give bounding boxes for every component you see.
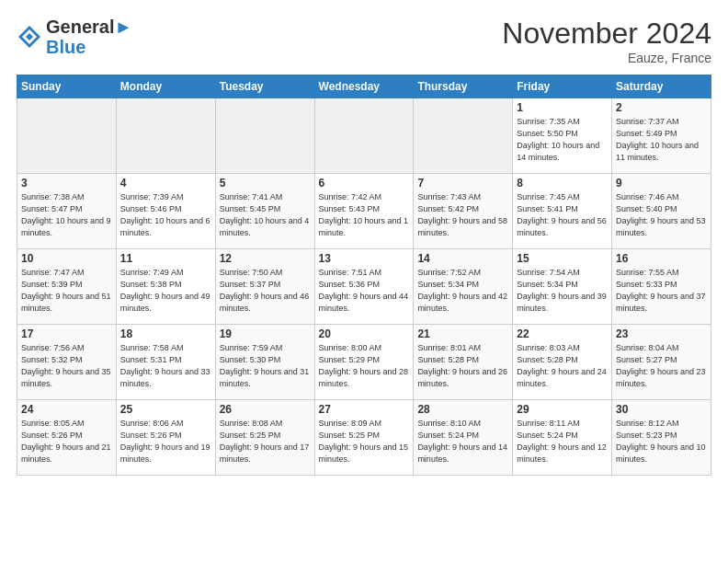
calendar-cell: 29Sunrise: 8:11 AM Sunset: 5:24 PM Dayli…: [513, 400, 612, 476]
day-info: Sunrise: 8:10 AM Sunset: 5:24 PM Dayligh…: [417, 418, 508, 465]
day-info: Sunrise: 7:39 AM Sunset: 5:46 PM Dayligh…: [120, 191, 211, 239]
day-info: Sunrise: 7:46 AM Sunset: 5:40 PM Dayligh…: [616, 191, 707, 239]
day-number: 28: [417, 403, 508, 416]
location: Eauze, France: [502, 51, 711, 65]
day-number: 24: [21, 403, 112, 416]
day-info: Sunrise: 8:03 AM Sunset: 5:28 PM Dayligh…: [517, 342, 608, 390]
calendar-week-row-3: 17Sunrise: 7:56 AM Sunset: 5:32 PM Dayli…: [17, 325, 711, 400]
calendar-cell: 5Sunrise: 7:41 AM Sunset: 5:45 PM Daylig…: [215, 174, 314, 249]
day-number: 5: [220, 177, 311, 190]
calendar-cell: [414, 98, 513, 174]
day-info: Sunrise: 8:09 AM Sunset: 5:25 PM Dayligh…: [319, 418, 410, 465]
day-number: 10: [21, 252, 112, 265]
col-thursday: Thursday: [414, 75, 513, 98]
day-info: Sunrise: 7:56 AM Sunset: 5:32 PM Dayligh…: [21, 342, 112, 390]
day-info: Sunrise: 8:05 AM Sunset: 5:26 PM Dayligh…: [21, 418, 112, 465]
day-number: 30: [616, 403, 707, 416]
calendar-cell: [215, 98, 314, 174]
calendar-cell: 28Sunrise: 8:10 AM Sunset: 5:24 PM Dayli…: [414, 400, 513, 476]
col-saturday: Saturday: [612, 75, 711, 98]
calendar-cell: 18Sunrise: 7:58 AM Sunset: 5:31 PM Dayli…: [116, 325, 215, 400]
day-info: Sunrise: 8:12 AM Sunset: 5:23 PM Dayligh…: [616, 418, 707, 465]
day-info: Sunrise: 7:54 AM Sunset: 5:34 PM Dayligh…: [517, 267, 608, 315]
calendar-cell: 2Sunrise: 7:37 AM Sunset: 5:49 PM Daylig…: [612, 98, 711, 174]
day-info: Sunrise: 8:00 AM Sunset: 5:29 PM Dayligh…: [319, 342, 410, 390]
calendar-cell: 7Sunrise: 7:43 AM Sunset: 5:42 PM Daylig…: [414, 174, 513, 249]
day-number: 11: [120, 252, 211, 265]
calendar-cell: 9Sunrise: 7:46 AM Sunset: 5:40 PM Daylig…: [612, 174, 711, 249]
day-info: Sunrise: 7:45 AM Sunset: 5:41 PM Dayligh…: [517, 191, 608, 239]
col-wednesday: Wednesday: [314, 75, 414, 98]
calendar-cell: 20Sunrise: 8:00 AM Sunset: 5:29 PM Dayli…: [314, 325, 414, 400]
calendar-week-row-4: 24Sunrise: 8:05 AM Sunset: 5:26 PM Dayli…: [17, 400, 711, 476]
calendar-cell: 17Sunrise: 7:56 AM Sunset: 5:32 PM Dayli…: [17, 325, 117, 400]
day-info: Sunrise: 7:42 AM Sunset: 5:43 PM Dayligh…: [319, 191, 410, 239]
day-info: Sunrise: 7:52 AM Sunset: 5:34 PM Dayligh…: [417, 267, 508, 315]
day-number: 19: [220, 327, 311, 340]
calendar-cell: 8Sunrise: 7:45 AM Sunset: 5:41 PM Daylig…: [513, 174, 612, 249]
day-info: Sunrise: 8:04 AM Sunset: 5:27 PM Dayligh…: [616, 342, 707, 390]
calendar-cell: 27Sunrise: 8:09 AM Sunset: 5:25 PM Dayli…: [314, 400, 414, 476]
calendar-cell: 23Sunrise: 8:04 AM Sunset: 5:27 PM Dayli…: [612, 325, 711, 400]
calendar-cell: [314, 98, 414, 174]
day-info: Sunrise: 7:43 AM Sunset: 5:42 PM Dayligh…: [417, 191, 508, 239]
day-info: Sunrise: 7:38 AM Sunset: 5:47 PM Dayligh…: [21, 191, 112, 239]
day-info: Sunrise: 8:01 AM Sunset: 5:28 PM Dayligh…: [417, 342, 508, 390]
calendar-cell: 22Sunrise: 8:03 AM Sunset: 5:28 PM Dayli…: [513, 325, 612, 400]
calendar-cell: 25Sunrise: 8:06 AM Sunset: 5:26 PM Dayli…: [116, 400, 215, 476]
calendar-cell: 21Sunrise: 8:01 AM Sunset: 5:28 PM Dayli…: [414, 325, 513, 400]
day-number: 13: [319, 252, 410, 265]
day-info: Sunrise: 7:41 AM Sunset: 5:45 PM Dayligh…: [220, 191, 311, 239]
calendar-cell: 26Sunrise: 8:08 AM Sunset: 5:25 PM Dayli…: [215, 400, 314, 476]
day-number: 16: [616, 252, 707, 265]
calendar-cell: 12Sunrise: 7:50 AM Sunset: 5:37 PM Dayli…: [215, 249, 314, 325]
calendar-cell: 19Sunrise: 7:59 AM Sunset: 5:30 PM Dayli…: [215, 325, 314, 400]
day-info: Sunrise: 7:37 AM Sunset: 5:49 PM Dayligh…: [616, 116, 707, 164]
calendar-cell: 10Sunrise: 7:47 AM Sunset: 5:39 PM Dayli…: [17, 249, 117, 325]
day-number: 8: [517, 177, 608, 190]
day-number: 23: [616, 327, 707, 340]
day-info: Sunrise: 7:51 AM Sunset: 5:36 PM Dayligh…: [319, 267, 410, 315]
day-number: 12: [220, 252, 311, 265]
day-number: 15: [517, 252, 608, 265]
day-info: Sunrise: 8:06 AM Sunset: 5:26 PM Dayligh…: [120, 418, 211, 465]
calendar-cell: 14Sunrise: 7:52 AM Sunset: 5:34 PM Dayli…: [414, 249, 513, 325]
day-number: 6: [319, 177, 410, 190]
day-info: Sunrise: 7:58 AM Sunset: 5:31 PM Dayligh…: [120, 342, 211, 390]
col-monday: Monday: [116, 75, 215, 98]
calendar-cell: 3Sunrise: 7:38 AM Sunset: 5:47 PM Daylig…: [17, 174, 117, 249]
day-number: 27: [319, 403, 410, 416]
page: General► Blue November 2024 Eauze, Franc…: [0, 0, 728, 485]
calendar-cell: 1Sunrise: 7:35 AM Sunset: 5:50 PM Daylig…: [513, 98, 612, 174]
day-number: 29: [517, 403, 608, 416]
calendar-cell: 16Sunrise: 7:55 AM Sunset: 5:33 PM Dayli…: [612, 249, 711, 325]
calendar-cell: 15Sunrise: 7:54 AM Sunset: 5:34 PM Dayli…: [513, 249, 612, 325]
calendar-cell: 4Sunrise: 7:39 AM Sunset: 5:46 PM Daylig…: [116, 174, 215, 249]
day-info: Sunrise: 7:59 AM Sunset: 5:30 PM Dayligh…: [220, 342, 311, 390]
day-number: 4: [120, 177, 211, 190]
calendar-cell: [116, 98, 215, 174]
day-number: 7: [417, 177, 508, 190]
calendar-cell: 30Sunrise: 8:12 AM Sunset: 5:23 PM Dayli…: [612, 400, 711, 476]
day-info: Sunrise: 8:11 AM Sunset: 5:24 PM Dayligh…: [517, 418, 608, 465]
calendar-cell: [17, 98, 117, 174]
day-number: 2: [616, 101, 707, 114]
day-number: 25: [120, 403, 211, 416]
day-number: 18: [120, 327, 211, 340]
logo-text: General► Blue: [46, 17, 132, 57]
month-title: November 2024: [502, 17, 711, 51]
day-number: 14: [417, 252, 508, 265]
col-tuesday: Tuesday: [215, 75, 314, 98]
day-number: 22: [517, 327, 608, 340]
day-number: 17: [21, 327, 112, 340]
calendar-cell: 24Sunrise: 8:05 AM Sunset: 5:26 PM Dayli…: [17, 400, 117, 476]
calendar-cell: 11Sunrise: 7:49 AM Sunset: 5:38 PM Dayli…: [116, 249, 215, 325]
day-number: 1: [517, 101, 608, 114]
day-info: Sunrise: 7:35 AM Sunset: 5:50 PM Dayligh…: [517, 116, 608, 164]
calendar-week-row-0: 1Sunrise: 7:35 AM Sunset: 5:50 PM Daylig…: [17, 98, 711, 174]
day-number: 26: [220, 403, 311, 416]
day-info: Sunrise: 7:49 AM Sunset: 5:38 PM Dayligh…: [120, 267, 211, 315]
title-block: November 2024 Eauze, France: [502, 17, 711, 65]
col-sunday: Sunday: [17, 75, 117, 98]
day-number: 9: [616, 177, 707, 190]
